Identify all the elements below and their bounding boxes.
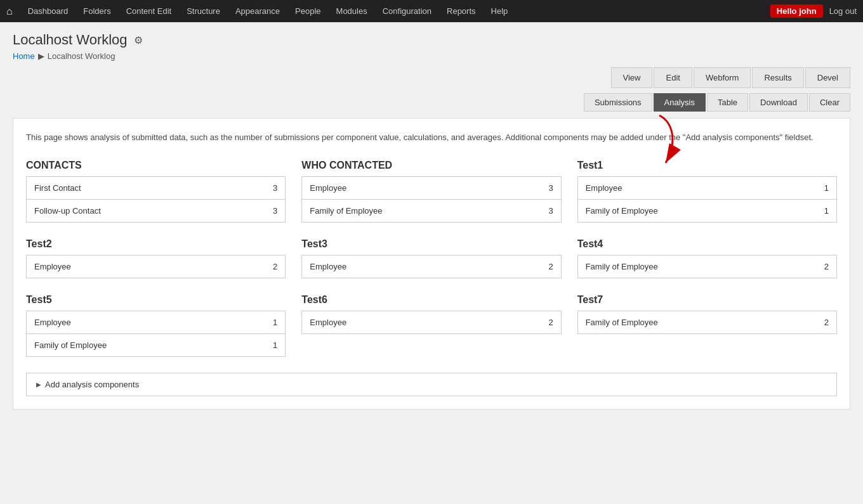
tab-edit[interactable]: Edit xyxy=(654,67,692,88)
row-value: 1 xyxy=(237,311,286,333)
nav-reports[interactable]: Reports xyxy=(439,1,484,21)
breadcrumb-current: Localhost Worklog xyxy=(48,51,115,61)
page-header: Localhost Worklog ⚙ Home ▶ Localhost Wor… xyxy=(0,22,863,61)
section-contacts: CONTACTS First Contact 3 Follow-up Conta… xyxy=(26,160,286,223)
tab-webform[interactable]: Webform xyxy=(694,67,751,88)
section-test4-title: Test4 xyxy=(577,238,837,250)
sub-tab-bar: Submissions Analysis Table Download Clea… xyxy=(0,88,863,112)
breadcrumb: Home ▶ Localhost Worklog xyxy=(13,51,850,61)
row-label: Employee xyxy=(302,255,489,278)
row-value: 2 xyxy=(489,255,562,278)
table-row: Employee 2 xyxy=(302,255,561,278)
page-title-row: Localhost Worklog ⚙ xyxy=(13,32,850,48)
table-row: Family of Employee 1 xyxy=(577,199,836,222)
row-value: 3 xyxy=(513,176,561,199)
subtab-table[interactable]: Table xyxy=(707,93,748,112)
row-value: 1 xyxy=(788,176,836,199)
page-title: Localhost Worklog xyxy=(13,32,128,48)
username: john xyxy=(799,6,816,16)
section-test3-title: Test3 xyxy=(301,238,561,250)
row-label: Employee xyxy=(577,176,788,199)
analysis-wrapper: CONTACTS First Contact 3 Follow-up Conta… xyxy=(26,160,837,357)
nav-appearance[interactable]: Appearance xyxy=(228,1,287,21)
row-value: 2 xyxy=(489,311,562,333)
row-label: First Contact xyxy=(27,176,235,199)
table-row: Family of Employee 2 xyxy=(577,311,836,333)
tab-results[interactable]: Results xyxy=(752,67,803,88)
subtab-clear[interactable]: Clear xyxy=(809,93,850,112)
nav-configuration[interactable]: Configuration xyxy=(375,1,439,21)
table-row: Employee 2 xyxy=(27,255,286,278)
row-label: Family of Employee xyxy=(577,311,788,333)
test4-table: Family of Employee 2 xyxy=(577,255,837,278)
page-description: This page shows analysis of submitted da… xyxy=(26,131,837,144)
section-test5: Test5 Employee 1 Family of Employee 1 xyxy=(26,294,286,357)
table-row: Family of Employee 2 xyxy=(577,255,836,278)
tab-bar: View Edit Webform Results Devel xyxy=(0,61,863,88)
row-value: 3 xyxy=(234,199,285,222)
nav-content-edit[interactable]: Content Edit xyxy=(119,1,180,21)
row-value: 3 xyxy=(234,176,285,199)
breadcrumb-home[interactable]: Home xyxy=(13,51,35,61)
table-row: Family of Employee 1 xyxy=(27,333,286,356)
row-label: Employee xyxy=(27,255,214,278)
section-test3: Test3 Employee 2 xyxy=(301,238,561,278)
section-test4: Test4 Family of Employee 2 xyxy=(577,238,837,278)
top-navigation: ⌂ Dashboard Folders Content Edit Structu… xyxy=(0,0,863,22)
section-test6: Test6 Employee 2 xyxy=(301,294,561,357)
row-label: Family of Employee xyxy=(302,199,513,222)
section-test2-title: Test2 xyxy=(26,238,286,250)
test1-table: Employee 1 Family of Employee 1 xyxy=(577,176,837,223)
analysis-grid-row3: Test5 Employee 1 Family of Employee 1 Te… xyxy=(26,294,837,357)
section-test6-title: Test6 xyxy=(301,294,561,306)
nav-people[interactable]: People xyxy=(287,1,328,21)
row-value: 2 xyxy=(788,255,836,278)
section-contacts-title: CONTACTS xyxy=(26,160,286,171)
section-who-contacted: WHO CONTACTED Employee 3 Family of Emplo… xyxy=(301,160,561,223)
home-icon[interactable]: ⌂ xyxy=(6,6,13,17)
row-label: Family of Employee xyxy=(577,199,788,222)
section-test2: Test2 Employee 2 xyxy=(26,238,286,278)
row-label: Follow-up Contact xyxy=(27,199,235,222)
section-test5-title: Test5 xyxy=(26,294,286,306)
add-analysis-components[interactable]: ▶ Add analysis components xyxy=(26,373,837,396)
row-label: Employee xyxy=(302,311,489,333)
nav-folders[interactable]: Folders xyxy=(76,1,118,21)
row-value: 1 xyxy=(237,333,286,356)
user-badge: Hello john xyxy=(770,4,823,18)
nav-structure[interactable]: Structure xyxy=(179,1,228,21)
row-label: Employee xyxy=(302,176,513,199)
table-row: First Contact 3 xyxy=(27,176,286,199)
contacts-table: First Contact 3 Follow-up Contact 3 xyxy=(26,176,286,223)
subtab-download[interactable]: Download xyxy=(749,93,808,112)
table-row: Follow-up Contact 3 xyxy=(27,199,286,222)
test5-table: Employee 1 Family of Employee 1 xyxy=(26,311,286,357)
row-value: 1 xyxy=(788,199,836,222)
gear-icon[interactable]: ⚙ xyxy=(134,34,143,46)
user-section: Hello john Log out xyxy=(770,4,857,18)
table-row: Employee 3 xyxy=(302,176,561,199)
subtab-analysis[interactable]: Analysis xyxy=(654,93,706,112)
test7-table: Family of Employee 2 xyxy=(577,311,837,334)
row-label: Employee xyxy=(27,311,237,333)
section-test1: Test1 Employee 1 Family of Employee 1 xyxy=(577,160,837,223)
subtab-submissions[interactable]: Submissions xyxy=(584,93,652,112)
breadcrumb-separator: ▶ xyxy=(38,51,44,61)
triangle-icon: ▶ xyxy=(36,381,41,388)
table-row: Employee 1 xyxy=(577,176,836,199)
nav-modules[interactable]: Modules xyxy=(329,1,375,21)
nav-items: Dashboard Folders Content Edit Structure… xyxy=(20,1,770,21)
row-value: 2 xyxy=(213,255,286,278)
row-value: 3 xyxy=(513,199,561,222)
nav-help[interactable]: Help xyxy=(484,1,516,21)
add-components-label: Add analysis components xyxy=(45,380,139,389)
row-label: Family of Employee xyxy=(577,255,788,278)
table-row: Employee 2 xyxy=(302,311,561,333)
tab-devel[interactable]: Devel xyxy=(805,67,850,88)
content-area: This page shows analysis of submitted da… xyxy=(13,118,850,410)
table-row: Family of Employee 3 xyxy=(302,199,561,222)
test2-table: Employee 2 xyxy=(26,255,286,278)
tab-view[interactable]: View xyxy=(611,67,653,88)
logout-button[interactable]: Log out xyxy=(829,6,857,16)
nav-dashboard[interactable]: Dashboard xyxy=(20,1,76,21)
